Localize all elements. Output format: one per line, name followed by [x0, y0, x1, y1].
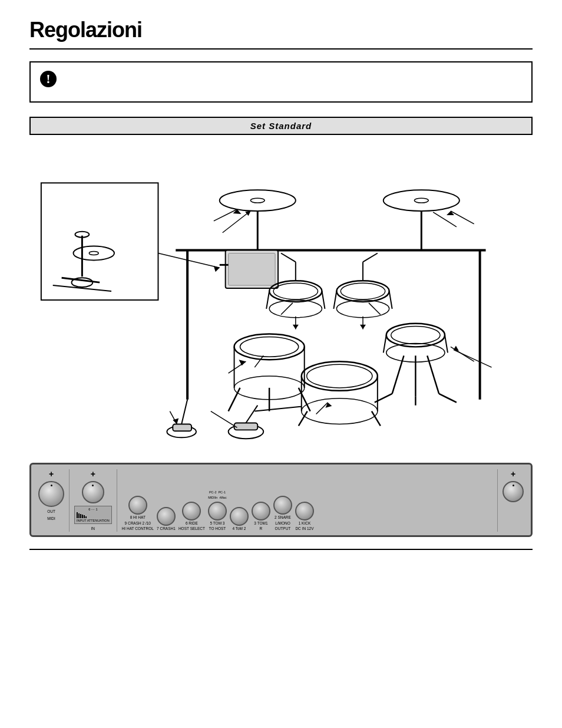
ch8-label: 8 HI HAT	[130, 515, 146, 520]
ch8-button[interactable]	[128, 496, 147, 515]
ch7-group: 7 CRASH1	[157, 507, 176, 531]
svg-line-32	[333, 291, 336, 309]
to-host-label: TO HOST	[209, 526, 226, 531]
svg-rect-72	[173, 424, 191, 431]
svg-point-22	[269, 281, 322, 302]
warning-box: !	[29, 61, 533, 103]
midi-label: MIDI	[47, 516, 55, 521]
svg-point-34	[336, 300, 389, 318]
svg-line-29	[281, 303, 293, 315]
ch4-button[interactable]	[230, 507, 249, 526]
svg-point-39	[391, 327, 440, 344]
page-title: Regolazioni	[29, 18, 533, 42]
drum-svg	[29, 135, 533, 453]
ch1-button[interactable]	[295, 502, 314, 521]
svg-line-43	[392, 355, 404, 394]
svg-line-28	[281, 253, 296, 262]
ch9-label: 9 CRASH 2 /10	[125, 521, 151, 526]
ch5-button[interactable]	[208, 502, 227, 521]
svg-line-70	[211, 411, 237, 428]
ch3-label: 3 TOM1	[254, 521, 267, 526]
svg-rect-67	[234, 423, 258, 430]
attenuation-box: 6 ···· 1 INPUT ATTENUATION	[74, 506, 112, 524]
svg-marker-79	[293, 325, 299, 330]
svg-line-74	[214, 209, 237, 221]
power-knob[interactable]	[503, 481, 524, 502]
ch1-group: 1 KICK DC IN 12V	[295, 502, 314, 532]
svg-line-44	[427, 355, 439, 394]
svg-point-23	[273, 283, 318, 299]
svg-line-40	[384, 335, 386, 353]
hihat-ctrl-label: HI HAT CONTROL	[122, 526, 154, 531]
svg-line-76	[451, 211, 474, 224]
svg-line-33	[389, 291, 392, 309]
device-panel: + OUT MIDI + 6 ···· 1	[29, 463, 533, 537]
svg-marker-91	[214, 266, 220, 272]
main-volume-knob[interactable]	[38, 481, 64, 507]
ch4-label: 4 ToM 2	[232, 526, 246, 531]
dc-in-label: DC IN 12V	[295, 526, 313, 531]
ch1-label: 1 KICK	[299, 521, 311, 526]
ch5-label: 5 TOM 3	[210, 521, 224, 526]
ch6-button[interactable]	[182, 502, 201, 521]
svg-point-16	[414, 198, 428, 203]
svg-point-59	[302, 361, 378, 391]
svg-point-51	[240, 337, 298, 357]
svg-line-73	[181, 400, 187, 424]
ch6-group: 6 RIDE HOST SELECT	[178, 502, 205, 532]
svg-point-31	[340, 283, 385, 299]
svg-line-90	[158, 253, 219, 268]
main-volume-knob-group	[38, 481, 64, 507]
svg-marker-89	[173, 419, 178, 424]
output-label: OUTPUT	[275, 526, 291, 531]
r-out-label: R	[260, 526, 263, 531]
panel-plus-left: +	[49, 469, 54, 479]
svg-point-50	[234, 334, 305, 360]
svg-line-56	[299, 388, 310, 411]
svg-line-24	[266, 291, 269, 309]
ch2-button[interactable]	[273, 496, 292, 515]
svg-line-47	[439, 394, 457, 403]
svg-line-68	[246, 406, 257, 423]
ch2-group: 2 SNARE L/MONO OUTPUT	[273, 496, 292, 531]
ch7-button[interactable]	[157, 507, 176, 526]
svg-line-14	[223, 212, 249, 233]
lmono-label: L/MONO	[275, 521, 290, 526]
meter-label: 6 ···· 1	[77, 508, 110, 512]
svg-line-25	[322, 291, 325, 309]
second-knob[interactable]	[82, 481, 104, 503]
svg-line-55	[229, 388, 240, 411]
svg-point-15	[384, 190, 459, 211]
svg-line-36	[363, 253, 378, 262]
svg-rect-20	[229, 253, 275, 285]
svg-point-30	[336, 281, 389, 302]
svg-point-12	[250, 198, 265, 203]
svg-marker-81	[360, 325, 366, 330]
ch8-group: 8 HI HAT 9 CRASH 2 /10 HI HAT CONTROL	[122, 496, 154, 531]
ch7-label: 7 CRASH1	[157, 526, 176, 531]
host-select-label: HOST SELECT	[178, 526, 205, 531]
panel-plus-right: +	[511, 469, 515, 479]
drum-diagram	[29, 135, 533, 453]
svg-line-37	[369, 303, 381, 315]
in-label: IN	[91, 526, 95, 531]
ch6-label: 6 RIDE	[186, 521, 198, 526]
ch5-group: PC-2 PC-1 MIDIIn rMac 5 TOM 3 TO HOST	[208, 490, 227, 532]
svg-line-41	[445, 335, 448, 353]
input-attenuation-label: INPUT ATTENUATION	[77, 519, 110, 523]
svg-marker-77	[447, 211, 454, 215]
title-divider	[29, 48, 533, 50]
svg-point-11	[220, 190, 296, 211]
svg-line-65	[372, 411, 381, 426]
svg-point-26	[269, 300, 322, 318]
out-label: OUT	[47, 509, 55, 514]
panel-plus-second: +	[91, 469, 95, 479]
ch3-button[interactable]	[252, 502, 270, 521]
svg-line-82	[454, 350, 492, 367]
set-standard-section: Set Standard	[29, 117, 533, 453]
ch2-label: 2 SNARE	[275, 515, 291, 520]
ch3-group: 3 TOM1 R	[252, 502, 270, 532]
svg-line-58	[254, 355, 263, 367]
warning-icon: !	[40, 71, 57, 87]
set-standard-label: Set Standard	[29, 117, 533, 135]
